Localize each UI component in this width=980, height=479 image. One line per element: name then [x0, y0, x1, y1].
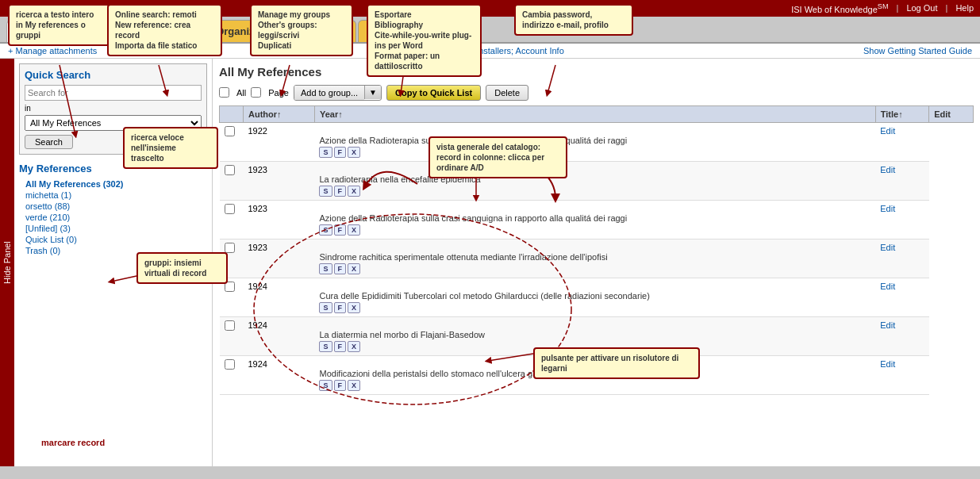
sfx-s-button[interactable]: S — [319, 341, 332, 352]
sfx-s-button[interactable]: S — [319, 380, 332, 391]
edit-link[interactable]: Edit — [880, 165, 895, 174]
year-cell: 1924 — [244, 278, 315, 316]
sfx-f-button[interactable]: F — [334, 186, 347, 197]
sfx-f-button[interactable]: F — [334, 263, 347, 274]
title-col-header[interactable]: Title↑ — [875, 105, 929, 122]
toolbar-row: All Page Add to group... ▼ Copy to Quick… — [219, 85, 974, 101]
year-cell: 1924 — [244, 355, 315, 394]
sfx-icons: SFX — [319, 263, 870, 274]
sfx-icons: SFX — [319, 224, 870, 236]
year-cell: 1923 — [244, 200, 315, 239]
row-checkbox-6[interactable] — [225, 359, 235, 370]
content-area: All My References All Page Add to group.… — [213, 59, 980, 466]
title-cell: Azione della Radioterapia sulla crasi sa… — [314, 200, 875, 239]
checkbox-col-header — [220, 105, 244, 122]
logout-link[interactable]: Log Out — [906, 3, 937, 13]
verde-link[interactable]: verde (210) — [25, 213, 207, 222]
sfx-x-button[interactable]: X — [348, 147, 360, 158]
brand-label: ISI Web of KnowledgeSM — [791, 2, 888, 14]
annotation-3: Manage my groupsOther's groups: leggi/sc… — [250, 4, 353, 56]
sfx-f-button[interactable]: F — [334, 224, 347, 236]
delete-button[interactable]: Delete — [486, 85, 528, 101]
search-in-label: in — [25, 104, 31, 113]
copy-quicklist-button[interactable]: Copy to Quick List — [386, 85, 481, 101]
table-row: 1923 Sindrome rachitica sperimentale ott… — [220, 239, 974, 278]
sfx-s-button[interactable]: S — [319, 147, 332, 158]
annotation-2: Online search: remotiNew reference: crea… — [107, 4, 222, 56]
select-page-checkbox[interactable] — [251, 87, 261, 98]
sfx-x-button[interactable]: X — [348, 263, 360, 274]
sfx-f-button[interactable]: F — [334, 302, 347, 313]
search-input[interactable] — [25, 85, 202, 101]
title-text: La diatermia nel morbo di Flajani-Basedo… — [319, 330, 485, 339]
sfx-f-button[interactable]: F — [334, 380, 347, 391]
orsetto-link[interactable]: orsetto (88) — [25, 201, 207, 211]
quick-search-title: Quick Search — [25, 69, 202, 81]
quicklist-link[interactable]: Quick List (0) — [25, 235, 207, 244]
year-cell: 1923 — [244, 239, 315, 278]
table-row: 1923 Azione della Radioterapia sulla cra… — [220, 200, 974, 239]
table-row: 1923 La radioterapia nella encefalite ep… — [220, 161, 974, 200]
sfx-f-button[interactable]: F — [334, 341, 347, 352]
all-my-references-link[interactable]: All My References (302) — [25, 179, 207, 189]
edit-link[interactable]: Edit — [880, 204, 895, 213]
annotation-1: ricerca a testo intero in My references … — [8, 4, 111, 46]
row-checkbox-0[interactable] — [225, 126, 235, 136]
annotation-9: pulsante per attivare un risolutore di l… — [533, 347, 700, 379]
all-label: All — [236, 88, 246, 98]
annotation-8: gruppi: insiemi virtuali di record — [136, 252, 228, 284]
year-cell: 1924 — [244, 316, 315, 355]
sfx-x-button[interactable]: X — [348, 302, 360, 313]
annotation-4: EsportareBibliographyCite-while-you-writ… — [367, 4, 482, 77]
sfx-f-button[interactable]: F — [334, 147, 347, 158]
year-cell: 1922 — [244, 122, 315, 161]
add-to-group-button[interactable]: Add to group... — [294, 86, 364, 100]
author-col-header[interactable]: Author↑ — [244, 105, 315, 122]
dropdown-arrow-icon[interactable]: ▼ — [364, 86, 381, 99]
unfiled-link[interactable]: [Unfiled] (3) — [25, 224, 207, 233]
sfx-icons: SFX — [319, 302, 870, 313]
sfx-s-button[interactable]: S — [319, 263, 332, 274]
sfx-s-button[interactable]: S — [319, 302, 332, 313]
sfx-x-button[interactable]: X — [348, 341, 360, 352]
edit-link[interactable]: Edit — [880, 282, 895, 291]
title-text: Azione della Radioterapia sulla crasi sa… — [319, 213, 627, 223]
content-title: All My References — [219, 65, 321, 79]
sfx-icons: SFX — [319, 380, 870, 391]
edit-link[interactable]: Edit — [880, 243, 895, 252]
edit-link[interactable]: Edit — [880, 320, 895, 330]
title-text: Sindrome rachitica sperimentale ottenuta… — [319, 252, 607, 262]
annotation-7: vista generale del catalogo: record in c… — [429, 136, 567, 178]
year-cell: 1923 — [244, 161, 315, 200]
add-to-group-dropdown[interactable]: Add to group... ▼ — [294, 85, 382, 101]
row-checkbox-2[interactable] — [225, 204, 235, 214]
table-row: 1924 Cura delle Epididimiti Tubercolari … — [220, 278, 974, 316]
title-text: Cura delle Epididimiti Tubercolari col m… — [319, 291, 649, 301]
title-cell: La radioterapia nella encefalite epidemi… — [314, 161, 875, 200]
search-button[interactable]: Search — [25, 135, 73, 149]
annotation-6: ricerca veloce nell'insieme trascelto — [123, 127, 218, 169]
michetta-link[interactable]: michetta (1) — [25, 190, 207, 200]
row-checkbox-3[interactable] — [225, 243, 235, 253]
edit-link[interactable]: Edit — [880, 126, 895, 136]
row-checkbox-1[interactable] — [225, 165, 235, 175]
sfx-x-button[interactable]: X — [348, 224, 360, 236]
title-cell: Cura delle Epididimiti Tubercolari col m… — [314, 278, 875, 316]
year-col-header[interactable]: Year↑ — [314, 105, 875, 122]
edit-col-header: Edit — [929, 105, 974, 122]
show-guide-link[interactable]: Show Getting Started Guide — [863, 46, 972, 56]
sfx-icons: SFX — [319, 186, 870, 197]
row-checkbox-5[interactable] — [225, 320, 235, 331]
content-header: All My References — [219, 65, 974, 79]
table-row: 1922 Azione della Radioterapia sulla cra… — [220, 122, 974, 161]
help-link[interactable]: Help — [955, 3, 974, 13]
sfx-x-button[interactable]: X — [348, 186, 360, 197]
sfx-s-button[interactable]: S — [319, 186, 332, 197]
sfx-s-button[interactable]: S — [319, 224, 332, 236]
page-label: Page — [268, 88, 289, 98]
hide-panel-tab[interactable]: Hide Panel — [0, 59, 14, 466]
edit-link[interactable]: Edit — [880, 359, 895, 369]
manage-attachments-link[interactable]: + Manage attachments — [8, 46, 97, 56]
sfx-x-button[interactable]: X — [348, 380, 360, 391]
select-all-checkbox[interactable] — [219, 87, 229, 98]
